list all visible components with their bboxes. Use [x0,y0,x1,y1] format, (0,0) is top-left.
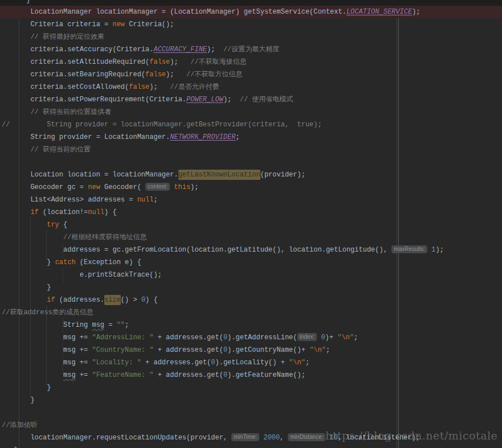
param-hint-chip: minTime: [231,433,259,441]
code-line[interactable]: //获取address类的成员信息 [2,306,502,319]
code-token: //根据经纬度获得地址信息 [2,233,146,241]
code-line[interactable]: } [0,0,502,6]
code-line[interactable]: criteria.setAltitudeRequired(false); //不… [2,56,502,68]
code-token: addresses = gc.getFromLocation(location.… [2,246,391,254]
code-token: Location location = locationManager. [2,171,178,179]
code-token: // 获得当前的位置 [2,146,91,154]
code-token: Geocoder( [100,183,145,191]
code-token: ).getCountryName()+ [227,346,309,354]
code-token: false [145,71,166,79]
code-token [2,221,47,229]
code-token: new [88,183,100,191]
code-token: \n [341,334,349,342]
code-token: // 使用省电模式 [240,96,293,104]
code-token: //不获取海拔信息 [190,58,246,66]
code-line[interactable]: addresses = gc.getFromLocation(location.… [2,244,502,256]
code-token: ; [125,321,129,329]
code-token: ); [170,58,190,66]
code-token: //设置为最大精度 [223,46,279,54]
code-line[interactable]: locationManager.requestLocationUpdates(p… [2,431,502,444]
code-token: 0 [321,334,325,342]
code-line[interactable]: //根据经纬度获得地址信息 [2,231,502,244]
code-token: + addresses.get( [141,359,211,367]
code-line[interactable]: // 获得最好的定位效果 [2,31,502,43]
code-token: if [47,296,55,304]
code-line[interactable]: // String provider = locationManager.get… [2,118,502,131]
code-token: getLastKnownLocation [178,170,260,180]
code-token: criteria.setAltitudeRequired( [2,58,149,66]
code-token: " [350,334,354,342]
code-line[interactable]: try { [2,219,502,231]
param-hint-chip: minDistance: [288,433,325,441]
code-line[interactable]: msg += "AddressLine: " + addresses.get(0… [2,331,502,344]
code-editor[interactable]: } LocationManager locationManager = (Loc… [0,0,502,448]
code-line[interactable]: if (location!=null) { [2,206,502,219]
code-line[interactable]: } [2,444,502,448]
code-line[interactable]: criteria.setPowerRequirement(Criteria.PO… [2,93,502,106]
code-token: // 获得最好的定位效果 [2,33,104,41]
code-token: ); [207,46,223,54]
code-line-breakpoint[interactable]: LocationManager locationManager = (Locat… [0,6,502,18]
code-token [2,208,30,216]
code-token: // String provider = locationManager.get… [2,121,322,129]
code-line[interactable]: msg += "CountryName: " + addresses.get(0… [2,344,502,356]
code-token: msg [92,321,104,329]
code-token [2,296,47,304]
code-line[interactable]: Location location = locationManager.getL… [2,168,502,181]
code-token: this [174,183,190,191]
code-token: ; [305,359,309,367]
code-line[interactable]: criteria.setBearingRequired(false); //不获… [2,68,502,81]
code-token: ) { [145,296,158,304]
code-token: //不获取方位信息 [186,71,242,79]
code-line[interactable]: List<Address> addresses = null; [2,194,502,206]
code-token: criteria.setAccuracy(Criteria. [2,46,153,54]
code-token: ); [223,96,240,104]
code-token: " [322,346,326,354]
code-line[interactable]: Criteria criteria = new Criteria(); [2,18,502,31]
code-token: NETWORK_PROVIDER [170,133,235,141]
code-token: msg += [2,359,92,367]
code-token: //添加侦听 [2,421,37,429]
code-line[interactable]: } [2,381,502,394]
code-line[interactable]: } [2,394,502,406]
code-line[interactable] [2,156,502,168]
code-token: criteria.setPowerRequirement(Criteria. [2,96,186,104]
code-line[interactable]: e.printStackTrace(); [2,269,502,281]
code-token: LocationManager locationManager = (Locat… [2,8,346,16]
code-token: 0 [223,346,227,354]
code-line[interactable]: //添加侦听 [2,419,502,431]
code-line[interactable]: String msg = ""; [2,319,502,331]
code-token: ); [436,246,444,254]
code-token: () > [121,296,141,304]
code-line[interactable]: if (addresses.size() > 0) { [2,294,502,306]
code-token: "FeatureName: " [92,371,153,379]
code-token: // 获得当前的位置提供者 [2,108,111,116]
code-token: ); [412,8,420,16]
code-token: try [47,221,59,229]
code-token [2,371,63,379]
code-token: \n [293,359,301,367]
code-token: (Exception e) { [76,258,141,266]
code-token: } [2,258,55,266]
code-line[interactable]: String provider = LocationManager.NETWOR… [2,131,502,143]
code-line[interactable]: } catch (Exception e) { [2,256,502,269]
code-line[interactable]: msg += "Locality: " + addresses.get(0).g… [2,356,502,369]
code-line[interactable]: criteria.setAccuracy(Criteria.ACCURACY_F… [2,43,502,56]
code-token: + addresses.get( [153,371,223,379]
code-token: ).getAddressLine( [227,334,297,342]
code-token: Geocoder gc = [2,183,88,191]
code-token: 2000 [263,434,280,442]
code-line[interactable]: Geocoder gc = new Geocoder( context: thi… [2,181,502,194]
code-line[interactable]: } [2,281,502,294]
code-line[interactable]: // 获得当前的位置提供者 [2,106,502,118]
code-token: ); [166,71,186,79]
code-token: null [137,196,154,204]
code-token: ); [149,83,170,91]
code-line[interactable]: criteria.setCostAllowed(false); //是否允许付费 [2,81,502,93]
code-line[interactable]: msg += "FeatureName: " + addresses.get(0… [2,369,502,381]
code-line[interactable] [2,406,502,419]
code-token: } [2,396,35,404]
code-token: "Locality: " [92,359,141,367]
code-token: { [59,221,67,229]
code-line[interactable]: // 获得当前的位置 [2,143,502,156]
